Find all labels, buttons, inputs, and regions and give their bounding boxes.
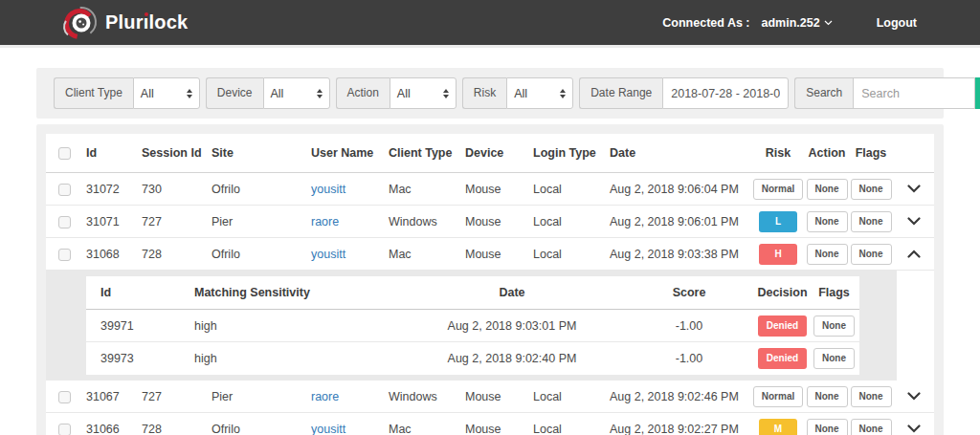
table-row: 31072 730 Ofrilo yousitt Mac Mouse Local… <box>46 173 934 206</box>
cell-session-id: 728 <box>142 248 212 261</box>
plurilock-logo-icon <box>61 4 100 42</box>
expand-row-button[interactable] <box>903 423 924 435</box>
device-select[interactable]: All <box>263 77 330 109</box>
date-range-input[interactable] <box>662 77 789 109</box>
risk-badge: M <box>759 419 797 435</box>
detail-col-sensitivity: Matching Sensitivity <box>177 286 402 299</box>
cell-date: Aug 2, 2018 9:06:04 PM <box>610 183 751 196</box>
decision-badge: Denied <box>758 315 807 337</box>
detail-col-score: Score <box>622 286 756 299</box>
cell-device: Mouse <box>465 248 533 261</box>
cell-site: Ofrilo <box>212 423 311 435</box>
device-label: Device <box>206 77 263 109</box>
client-type-select[interactable]: All <box>133 77 200 109</box>
cell-id: 31068 <box>86 248 142 261</box>
chevron-down-icon <box>907 392 921 401</box>
cell-id: 31072 <box>86 183 142 196</box>
cell-site: Ofrilo <box>212 183 311 196</box>
cell-session-id: 727 <box>142 390 212 403</box>
row-checkbox[interactable] <box>58 391 71 403</box>
cell-session-id: 730 <box>142 183 212 196</box>
cell-login-type: Local <box>533 390 610 403</box>
action-select[interactable]: All <box>390 77 457 109</box>
cell-device: Mouse <box>465 390 533 403</box>
table-row: 31067 727 Pier raore Windows Mouse Local… <box>46 381 934 413</box>
search-filter: Search Search <box>794 77 980 109</box>
cell-device: Mouse <box>465 215 533 228</box>
user-link[interactable]: raore <box>311 390 339 403</box>
connected-as-label: Connected As : <box>662 16 749 30</box>
detail-cell-id: 39973 <box>86 352 177 365</box>
search-label: Search <box>794 77 853 109</box>
decision-badge: Denied <box>758 348 807 369</box>
detail-cell-sensitivity: high <box>177 319 402 333</box>
cell-id: 31071 <box>86 215 142 228</box>
row-checkbox[interactable] <box>58 216 71 228</box>
client-type-value: All <box>141 87 154 100</box>
risk-value: All <box>514 87 527 100</box>
detail-cell-score: -1.00 <box>622 319 756 333</box>
user-link[interactable]: yousitt <box>311 423 345 435</box>
col-date: Date <box>610 146 751 160</box>
detail-cell-score: -1.00 <box>622 352 756 365</box>
logout-link[interactable]: Logout <box>877 16 917 30</box>
row-checkbox[interactable] <box>58 424 71 435</box>
col-session-id: Session Id <box>142 146 212 160</box>
user-link[interactable]: yousitt <box>311 248 345 261</box>
col-risk: Risk <box>751 146 805 160</box>
flags-badge: None <box>851 211 892 232</box>
date-range-label: Date Range <box>579 77 662 109</box>
row-checkbox[interactable] <box>58 184 71 196</box>
select-arrows-icon <box>187 89 192 98</box>
cell-date: Aug 2, 2018 9:02:27 PM <box>610 423 751 435</box>
caret-down-icon <box>824 20 833 26</box>
flags-badge: None <box>851 179 892 200</box>
cell-id: 31066 <box>86 423 142 435</box>
select-arrows-icon <box>317 89 323 98</box>
col-device: Device <box>465 146 533 160</box>
connected-user-dropdown[interactable]: admin.252 <box>762 16 833 30</box>
cell-site: Pier <box>212 390 311 403</box>
risk-filter: Risk All <box>462 77 573 109</box>
cell-login-type: Local <box>533 183 610 196</box>
search-button[interactable]: Search <box>975 77 980 109</box>
cell-date: Aug 2, 2018 9:02:46 PM <box>610 390 751 403</box>
select-all-checkbox[interactable] <box>58 147 71 160</box>
sessions-table: Id Session Id Site User Name Client Type… <box>46 134 934 435</box>
expand-row-button[interactable] <box>903 390 924 402</box>
detail-cell-sensitivity: high <box>177 352 402 365</box>
risk-badge: H <box>759 244 797 265</box>
cell-login-type: Local <box>533 423 610 435</box>
table-header-row: Id Session Id Site User Name Client Type… <box>46 134 934 173</box>
search-input[interactable] <box>853 77 975 109</box>
device-value: All <box>271 87 284 100</box>
col-user-name: User Name <box>311 146 389 160</box>
detail-cell-date: Aug 2, 2018 9:02:40 PM <box>402 352 622 365</box>
cell-session-id: 727 <box>142 215 212 228</box>
chevron-down-icon <box>907 185 921 193</box>
row-checkbox[interactable] <box>58 249 71 261</box>
cell-date: Aug 2, 2018 9:06:01 PM <box>610 215 751 228</box>
risk-select[interactable]: All <box>506 77 573 109</box>
chevron-down-icon <box>907 424 921 433</box>
expand-row-button[interactable] <box>903 215 924 228</box>
table-row: 31068 728 Ofrilo yousitt Mac Mouse Local… <box>46 238 934 271</box>
expand-row-button[interactable] <box>903 183 924 195</box>
risk-badge: Normal <box>753 179 803 200</box>
detail-cell-date: Aug 2, 2018 9:03:01 PM <box>402 319 622 333</box>
user-link[interactable]: yousitt <box>311 183 345 196</box>
cell-client-type: Windows <box>389 390 465 403</box>
cell-site: Pier <box>212 215 311 228</box>
collapse-row-button[interactable] <box>903 248 924 260</box>
results-table-card: Id Session Id Site User Name Client Type… <box>36 124 944 435</box>
device-filter: Device All <box>206 77 330 109</box>
user-link[interactable]: raore <box>311 215 339 228</box>
risk-badge: L <box>759 211 797 232</box>
col-site: Site <box>212 146 311 160</box>
action-badge: None <box>807 244 848 265</box>
cell-client-type: Mac <box>389 183 465 196</box>
cell-site: Ofrilo <box>212 248 311 261</box>
table-row: 31071 727 Pier raore Windows Mouse Local… <box>46 206 934 238</box>
header-divider <box>0 45 980 48</box>
cell-client-type: Mac <box>389 248 465 261</box>
